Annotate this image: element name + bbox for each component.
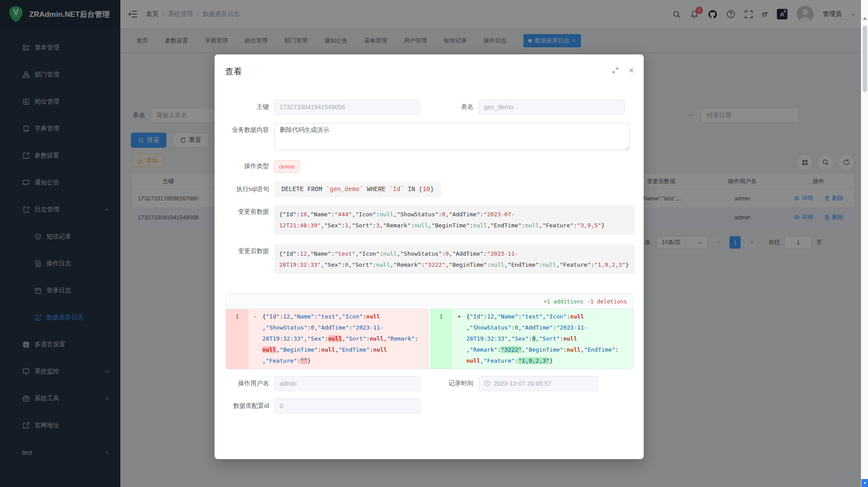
close-icon[interactable]: × [629,67,634,74]
diff-deletions: -1 deletions [587,298,627,305]
pk-input[interactable] [274,100,420,115]
diff-viewer: +1 additions -1 deletions 1 - {"Id":12,"… [226,294,634,369]
dialog-title: 查看 [225,67,242,76]
clock-icon [484,380,490,387]
diff-summary: +1 additions -1 deletions [226,294,633,309]
page-scrollbar[interactable]: ▼ [861,0,868,487]
op-type-tag: delete [274,160,300,173]
form-row-sql: 执行sql语句 DELETE FROM `gen_demo` WHERE `Id… [215,181,635,197]
form-row-op-type: 操作类型 delete [215,160,635,173]
diff-body: 1 - {"Id":12,"Name":"test","Icon":null,"… [226,309,633,369]
form-row-before: 变更前数据 {"Id":10,"Name":"444","Icon":null,… [215,205,635,234]
form-row-after: 变更后数据 {"Id":12,"Name":"test","Icon":null… [215,245,635,274]
diff-pane-new: 1 + {"Id":12,"Name":"test","Icon":null,"… [430,309,633,369]
dialog-body: 主键 表名 业务数据内容 删除代码生成演示 操作类型 delete 执行sql语… [215,85,644,414]
content-label: 业务数据内容 [215,123,274,134]
db-config-input[interactable] [274,399,420,414]
table-label: 表名 [420,103,479,111]
table-input[interactable] [479,100,625,115]
time-label: 记录时间 [420,380,479,387]
diff-new-sign: + [452,309,466,369]
scrollbar-bottom-button[interactable]: ▼ [861,479,868,487]
diff-old-content: {"Id":12,"Name":"test","Icon":null,"Show… [262,309,424,369]
app-root: V ZRAdmin.NET后台管理 菜单管理部门管理岗位管理字典管理参数设置通知… [0,0,868,487]
record-time-input[interactable]: 2023-12-07 20:05:57 [479,376,598,391]
form-row-dbid: 数据库配置id [215,399,635,414]
dialog-header: 查看 × [215,54,644,85]
op-type-label: 操作类型 [215,162,274,170]
form-row-user-time: 操作用户名 记录时间 2023-12-07 20:05:57 [215,376,635,391]
before-data-json: {"Id":10,"Name":"444","Icon":null,"ShowS… [274,205,635,234]
scrollbar-thumb[interactable] [863,26,867,92]
diff-new-content: {"Id":12,"Name":"test","Icon":null,"Show… [466,309,628,369]
scrollbar-up-arrow[interactable] [863,17,867,20]
after-data-json: {"Id":12,"Name":"test","Icon":null,"Show… [274,245,635,274]
user-label: 操作用户名 [215,380,274,387]
diff-old-line-number: 1 [226,309,248,369]
content-textarea[interactable]: 删除代码生成演示 [274,123,630,150]
diff-old-sign: - [248,309,262,369]
diff-new-line-number: 1 [430,309,452,369]
before-label: 变更前数据 [215,205,274,216]
expand-icon[interactable] [612,67,619,74]
view-dialog: 查看 × 主键 表名 业务数据内容 删除代码生成演示 [215,54,644,459]
sql-label: 执行sql语句 [215,185,274,193]
sql-statement: DELETE FROM `gen_demo` WHERE `Id` IN (10… [274,181,441,197]
form-row-pk-table: 主键 表名 [215,100,635,115]
diff-additions: +1 additions [543,298,583,305]
operator-input[interactable] [274,376,420,391]
form-row-content: 业务数据内容 删除代码生成演示 [215,123,635,152]
diff-pane-old: 1 - {"Id":12,"Name":"test","Icon":null,"… [226,309,429,369]
record-time-value: 2023-12-07 20:05:57 [494,380,551,387]
pk-label: 主键 [215,103,274,111]
after-label: 变更后数据 [215,245,274,255]
resize-grip[interactable] [624,146,629,150]
db-config-label: 数据库配置id [215,402,274,410]
